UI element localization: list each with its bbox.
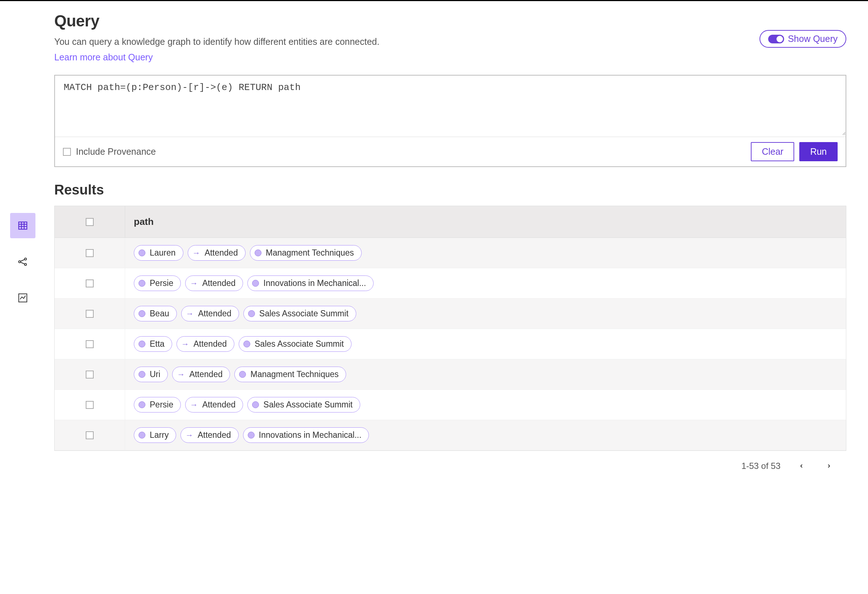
chevron-left-icon [799,463,805,469]
chevron-right-icon [826,463,832,469]
person-label: Lauren [150,248,176,258]
prev-page-button[interactable] [795,458,808,474]
entity-dot-icon [244,340,250,348]
entity-dot-icon [139,280,145,287]
path-cell: Uri→AttendedManagment Techniques [125,360,846,389]
clear-button[interactable]: Clear [751,142,794,161]
entity-dot-icon [139,249,145,256]
person-pill[interactable]: Uri [134,367,168,382]
results-title: Results [54,182,846,198]
target-label: Sales Associate Summit [259,309,348,318]
entity-dot-icon [239,371,246,378]
row-checkbox[interactable] [86,401,94,409]
path-cell: Lauren→AttendedManagment Techniques [125,238,846,268]
target-pill[interactable]: Sales Associate Summit [244,306,356,321]
relation-pill[interactable]: →Attended [181,306,239,321]
path-cell: Etta→AttendedSales Associate Summit [125,329,846,359]
row-checkbox[interactable] [86,310,94,318]
row-checkbox[interactable] [86,280,94,287]
svg-rect-0 [19,222,27,229]
person-label: Persie [150,279,173,288]
column-header-path[interactable]: path [125,206,846,237]
row-checkbox[interactable] [86,249,94,257]
relation-pill[interactable]: →Attended [188,245,245,261]
run-button[interactable]: Run [799,142,838,161]
pagination-label: 1-53 of 53 [741,461,781,471]
results-table: path Lauren→AttendedManagment Techniques… [54,206,846,451]
person-pill[interactable]: Beau [134,306,177,321]
target-pill[interactable]: Sales Associate Summit [239,336,351,352]
table-row[interactable]: Beau→AttendedSales Associate Summit [55,299,846,329]
graph-view-tab[interactable] [10,249,35,274]
table-row[interactable]: Etta→AttendedSales Associate Summit [55,329,846,360]
relation-pill[interactable]: →Attended [177,336,234,352]
select-all-checkbox[interactable] [86,218,94,226]
entity-dot-icon [139,401,145,408]
relation-label: Attended [189,370,223,379]
row-checkbox[interactable] [86,371,94,379]
relation-pill[interactable]: →Attended [180,427,238,443]
person-pill[interactable]: Lauren [134,245,183,261]
entity-dot-icon [255,249,261,256]
target-label: Managment Techniques [266,248,354,258]
entity-dot-icon [252,280,259,287]
path-cell: Beau→AttendedSales Associate Summit [125,299,846,329]
svg-point-5 [19,261,21,263]
relation-pill[interactable]: →Attended [185,276,243,291]
person-pill[interactable]: Persie [134,276,181,291]
learn-more-link[interactable]: Learn more about Query [54,52,153,63]
row-checkbox[interactable] [86,340,94,348]
person-label: Etta [150,339,165,349]
entity-dot-icon [139,340,145,348]
include-provenance-label: Include Provenance [76,146,156,157]
show-query-label: Show Query [788,34,838,44]
page-title: Query [54,12,760,30]
path-cell: Larry→AttendedInnovations in Mechanical.… [125,420,846,450]
table-row[interactable]: Persie→AttendedSales Associate Summit [55,390,846,420]
target-pill[interactable]: Sales Associate Summit [247,397,360,413]
relation-label: Attended [205,248,238,258]
checkbox-icon [63,148,71,156]
table-row[interactable]: Larry→AttendedInnovations in Mechanical.… [55,420,846,451]
table-row[interactable]: Persie→AttendedInnovations in Mechanical… [55,268,846,299]
query-editor[interactable] [55,75,846,135]
relation-label: Attended [202,400,235,410]
person-label: Beau [150,309,169,318]
target-label: Innovations in Mechanical... [263,279,366,288]
relation-pill[interactable]: →Attended [172,367,230,382]
svg-line-8 [21,259,25,261]
path-cell: Persie→AttendedSales Associate Summit [125,390,846,420]
target-pill[interactable]: Innovations in Mechanical... [243,427,369,443]
target-label: Innovations in Mechanical... [259,430,362,440]
next-page-button[interactable] [822,458,836,474]
person-pill[interactable]: Larry [134,427,176,443]
row-checkbox[interactable] [86,431,94,439]
relation-label: Attended [202,279,235,288]
person-label: Larry [150,430,168,440]
chart-view-tab[interactable] [10,285,35,311]
entity-dot-icon [248,310,255,317]
table-row[interactable]: Lauren→AttendedManagment Techniques [55,238,846,268]
show-query-toggle[interactable]: Show Query [760,30,846,48]
toggle-switch-icon [768,35,784,43]
entity-dot-icon [139,310,145,317]
person-pill[interactable]: Etta [134,336,172,352]
person-pill[interactable]: Persie [134,397,181,413]
relation-pill[interactable]: →Attended [185,397,243,413]
arrow-right-icon: → [185,430,193,440]
relation-label: Attended [193,339,227,349]
target-pill[interactable]: Managment Techniques [250,245,362,261]
table-row[interactable]: Uri→AttendedManagment Techniques [55,360,846,390]
target-pill[interactable]: Innovations in Mechanical... [247,276,373,291]
pagination: 1-53 of 53 [54,451,846,481]
relation-label: Attended [198,309,232,318]
relation-label: Attended [198,430,231,440]
table-view-tab[interactable] [10,213,35,238]
target-pill[interactable]: Managment Techniques [234,367,346,382]
view-tabs [6,206,39,311]
svg-point-7 [25,264,27,266]
arrow-right-icon: → [192,248,200,258]
path-cell: Persie→AttendedInnovations in Mechanical… [125,268,846,298]
entity-dot-icon [139,371,145,378]
include-provenance-checkbox[interactable]: Include Provenance [63,146,156,157]
